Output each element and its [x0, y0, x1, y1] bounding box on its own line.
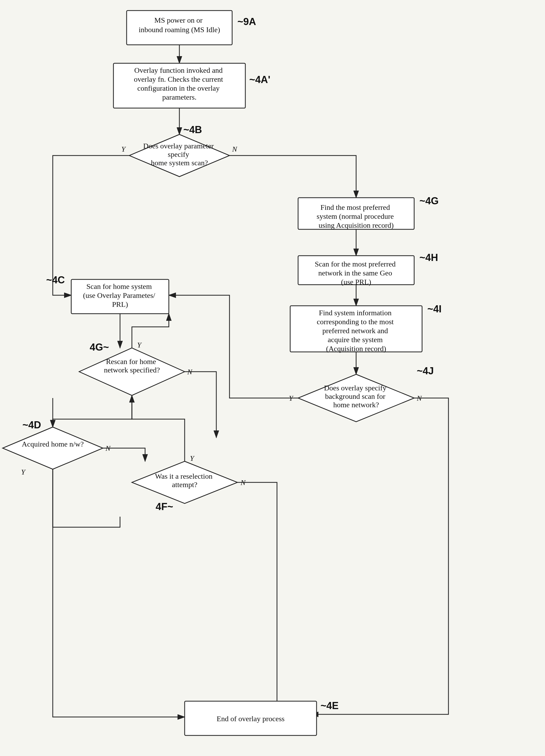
label-4i: ~4I: [427, 303, 442, 314]
label-4e: ~4E: [321, 700, 339, 711]
label-4aprime: ~4A': [249, 74, 270, 85]
label-4h: ~4H: [420, 252, 438, 263]
label-4j: ~4J: [417, 365, 434, 376]
label-4f: 4F~: [156, 501, 173, 512]
yn-4b-yes: Y: [121, 145, 126, 153]
arrow-4g-left-down-to-4d: [53, 395, 132, 427]
node-4j-text: Does overlay specify background scan for…: [324, 384, 388, 409]
yn-4f-yes: Y: [190, 454, 195, 462]
label-4b: ~4B: [183, 124, 202, 135]
yn-4d-yes: Y: [21, 468, 26, 476]
node-4e-text: End of overlay process: [216, 715, 285, 723]
node-4g-left-text: Rescan for home network specified?: [104, 357, 160, 374]
label-4d: ~4D: [22, 419, 41, 430]
label-9a: ~9A: [237, 16, 256, 27]
arrow-4d-yes: [53, 469, 120, 527]
yn-4b-no: N: [232, 145, 237, 153]
arrow-4j-no-to-4e: [311, 398, 449, 714]
node-4g-right-text: Find the most preferred system (normal p…: [317, 203, 396, 229]
label-4g-left: 4G~: [90, 342, 109, 353]
arrow-4f-yes-to-4gleft: [132, 395, 185, 461]
yn-4g-left-yes: Y: [137, 341, 142, 349]
node-4d-text: Acquired home n/w?: [22, 440, 84, 448]
flowchart-diagram: MS power on or inbound roaming (MS Idle)…: [0, 0, 545, 756]
label-4c: ~4C: [46, 274, 65, 285]
arrow-4g-left-no-to-4f: [185, 372, 216, 438]
arrow-4f-no-to-4e: [237, 482, 277, 717]
arrow-4b-no-to-4g: [229, 156, 356, 198]
node-4i-text: Find system information corresponding to…: [317, 309, 396, 353]
label-4g-right: ~4G: [420, 195, 439, 206]
arrow-4j-yes-to-4c: [169, 295, 298, 398]
